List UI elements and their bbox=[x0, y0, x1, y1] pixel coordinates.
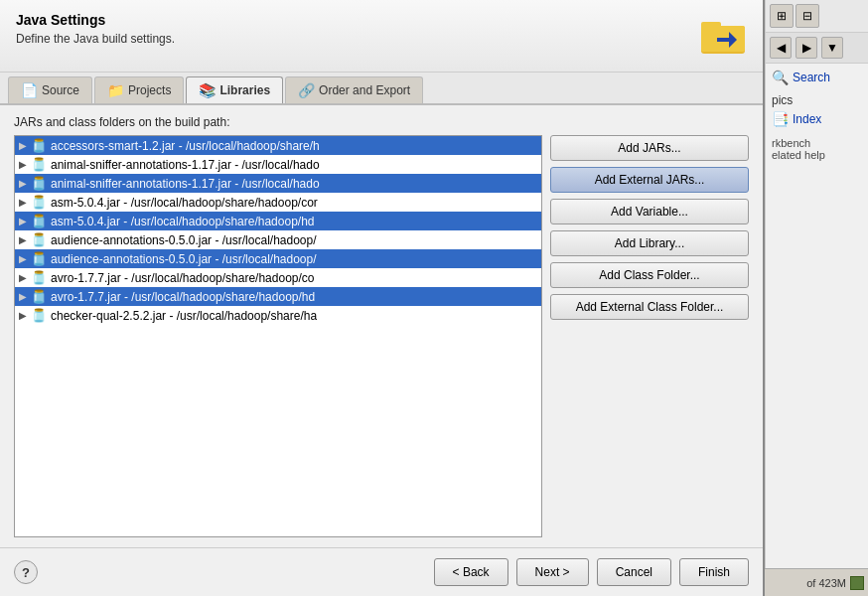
jar-file-icon: 🫙 bbox=[31, 157, 47, 172]
add-jars-button[interactable]: Add JARs... bbox=[550, 135, 749, 161]
jar-item-text: asm-5.0.4.jar - /usr/local/hadoop/share/… bbox=[51, 215, 315, 228]
projects-tab-icon: 📁 bbox=[107, 82, 124, 98]
jar-list-item[interactable]: ▶🫙audience-annotations-0.5.0.jar - /usr/… bbox=[15, 249, 541, 268]
source-tab-icon: 📄 bbox=[21, 82, 38, 98]
jar-expand-icon: ▶ bbox=[19, 234, 31, 245]
next-button[interactable]: Next > bbox=[516, 558, 589, 586]
add-variable-button[interactable]: Add Variable... bbox=[550, 199, 749, 224]
jar-expand-icon: ▶ bbox=[19, 253, 31, 264]
memory-indicator bbox=[850, 576, 864, 590]
help-button[interactable]: ? bbox=[14, 560, 38, 584]
right-toolbar: ⊞ ⊟ bbox=[766, 0, 868, 33]
nav-dropdown-btn[interactable]: ▼ bbox=[821, 37, 843, 59]
jar-list-item[interactable]: ▶🫙animal-sniffer-annotations-1.17.jar - … bbox=[15, 174, 541, 193]
jar-item-text: animal-sniffer-annotations-1.17.jar - /u… bbox=[51, 158, 320, 172]
jar-item-text: animal-sniffer-annotations-1.17.jar - /u… bbox=[51, 177, 320, 191]
memory-bar: of 423M bbox=[765, 568, 868, 596]
libraries-tab-icon: 📚 bbox=[199, 82, 216, 98]
jar-file-icon: 🫙 bbox=[31, 214, 47, 228]
dialog-content: JARs and class folders on the build path… bbox=[0, 105, 763, 547]
add-external-jars-button[interactable]: Add External JARs... bbox=[550, 167, 749, 193]
jar-expand-icon: ▶ bbox=[19, 310, 31, 321]
back-button[interactable]: < Back bbox=[434, 558, 508, 586]
jar-item-text: checker-qual-2.5.2.jar - /usr/local/hado… bbox=[51, 309, 317, 323]
right-panel: ⊞ ⊟ ◀ ▶ ▼ 🔍 Search pics 📑 Index rkbench … bbox=[765, 0, 868, 596]
jar-item-text: audience-annotations-0.5.0.jar - /usr/lo… bbox=[51, 233, 317, 247]
jar-file-icon: 🫙 bbox=[31, 195, 47, 210]
jar-expand-icon: ▶ bbox=[19, 291, 31, 302]
dialog-header: Java Settings Define the Java build sett… bbox=[0, 0, 763, 73]
cancel-button[interactable]: Cancel bbox=[597, 558, 671, 586]
memory-text: of 423M bbox=[806, 577, 846, 589]
jar-file-icon: 🫙 bbox=[31, 289, 47, 304]
jar-file-icon: 🫙 bbox=[31, 138, 47, 153]
order-export-tab-icon: 🔗 bbox=[298, 82, 315, 98]
jar-list-item[interactable]: ▶🫙accessors-smart-1.2.jar - /usr/local/h… bbox=[15, 136, 541, 155]
section-label: JARs and class folders on the build path… bbox=[14, 115, 749, 129]
jar-list-item[interactable]: ▶🫙audience-annotations-0.5.0.jar - /usr/… bbox=[15, 230, 541, 249]
search-link-label: Search bbox=[793, 71, 830, 84]
tab-source[interactable]: 📄 Source bbox=[8, 76, 92, 103]
search-link-icon: 🔍 bbox=[772, 70, 789, 85]
tabs-bar: 📄 Source 📁 Projects 📚 Libraries 🔗 Order … bbox=[0, 73, 763, 105]
add-library-button[interactable]: Add Library... bbox=[550, 230, 749, 256]
jar-expand-icon: ▶ bbox=[19, 272, 31, 283]
jar-list[interactable]: ▶🫙accessors-smart-1.2.jar - /usr/local/h… bbox=[14, 135, 542, 537]
add-class-folder-button[interactable]: Add Class Folder... bbox=[550, 262, 749, 288]
nav-forward-btn[interactable]: ▶ bbox=[796, 37, 817, 59]
dialog-header-text: Java Settings Define the Java build sett… bbox=[16, 12, 175, 46]
nav-back-btn[interactable]: ◀ bbox=[770, 37, 792, 59]
add-external-class-folder-button[interactable]: Add External Class Folder... bbox=[550, 294, 749, 320]
index-link-label: Index bbox=[793, 112, 821, 126]
side-buttons: Add JARs... Add External JARs... Add Var… bbox=[550, 135, 749, 537]
jar-item-text: avro-1.7.7.jar - /usr/local/hadoop/share… bbox=[51, 290, 315, 304]
jar-expand-icon: ▶ bbox=[19, 178, 31, 189]
workbench-help-text: rkbench elated help bbox=[772, 137, 862, 161]
jar-item-text: audience-annotations-0.5.0.jar - /usr/lo… bbox=[51, 252, 317, 266]
jar-expand-icon: ▶ bbox=[19, 159, 31, 170]
index-link-icon: 📑 bbox=[772, 111, 789, 127]
jar-item-text: asm-5.0.4.jar - /usr/local/hadoop/share/… bbox=[51, 196, 318, 210]
folder-icon bbox=[699, 12, 747, 60]
jar-list-item[interactable]: ▶🫙asm-5.0.4.jar - /usr/local/hadoop/shar… bbox=[15, 193, 541, 212]
jar-expand-icon: ▶ bbox=[19, 197, 31, 208]
jar-expand-icon: ▶ bbox=[19, 216, 31, 226]
jar-list-item[interactable]: ▶🫙animal-sniffer-annotations-1.17.jar - … bbox=[15, 155, 541, 174]
jar-item-text: avro-1.7.7.jar - /usr/local/hadoop/share… bbox=[51, 271, 315, 285]
dialog-footer: ? < Back Next > Cancel Finish bbox=[0, 547, 763, 596]
jar-file-icon: 🫙 bbox=[31, 251, 47, 266]
jar-item-text: accessors-smart-1.2.jar - /usr/local/had… bbox=[51, 139, 320, 153]
right-panel-content: 🔍 Search pics 📑 Index rkbench elated hel… bbox=[766, 64, 868, 596]
dialog-title: Java Settings bbox=[16, 12, 175, 28]
jar-list-item[interactable]: ▶🫙asm-5.0.4.jar - /usr/local/hadoop/shar… bbox=[15, 212, 541, 230]
right-topics-label: pics bbox=[772, 93, 862, 107]
dialog-subtitle: Define the Java build settings. bbox=[16, 32, 175, 46]
tab-libraries[interactable]: 📚 Libraries bbox=[186, 76, 283, 103]
tab-projects[interactable]: 📁 Projects bbox=[94, 76, 184, 103]
toolbar-btn-1[interactable]: ⊞ bbox=[770, 4, 794, 28]
jar-list-item[interactable]: ▶🫙avro-1.7.7.jar - /usr/local/hadoop/sha… bbox=[15, 268, 541, 287]
search-link[interactable]: 🔍 Search bbox=[772, 70, 862, 85]
main-split: ▶🫙accessors-smart-1.2.jar - /usr/local/h… bbox=[14, 135, 749, 537]
right-nav: ◀ ▶ ▼ bbox=[766, 33, 868, 64]
jar-file-icon: 🫙 bbox=[31, 308, 47, 323]
tab-order-export[interactable]: 🔗 Order and Export bbox=[285, 76, 423, 103]
index-link[interactable]: 📑 Index bbox=[772, 111, 862, 127]
finish-button[interactable]: Finish bbox=[679, 558, 749, 586]
jar-expand-icon: ▶ bbox=[19, 140, 31, 151]
jar-file-icon: 🫙 bbox=[31, 270, 47, 285]
toolbar-btn-2[interactable]: ⊟ bbox=[796, 4, 819, 28]
jar-list-item[interactable]: ▶🫙checker-qual-2.5.2.jar - /usr/local/ha… bbox=[15, 306, 541, 325]
java-settings-dialog: Java Settings Define the Java build sett… bbox=[0, 0, 765, 596]
jar-file-icon: 🫙 bbox=[31, 232, 47, 247]
jar-list-item[interactable]: ▶🫙avro-1.7.7.jar - /usr/local/hadoop/sha… bbox=[15, 287, 541, 306]
jar-file-icon: 🫙 bbox=[31, 176, 47, 191]
